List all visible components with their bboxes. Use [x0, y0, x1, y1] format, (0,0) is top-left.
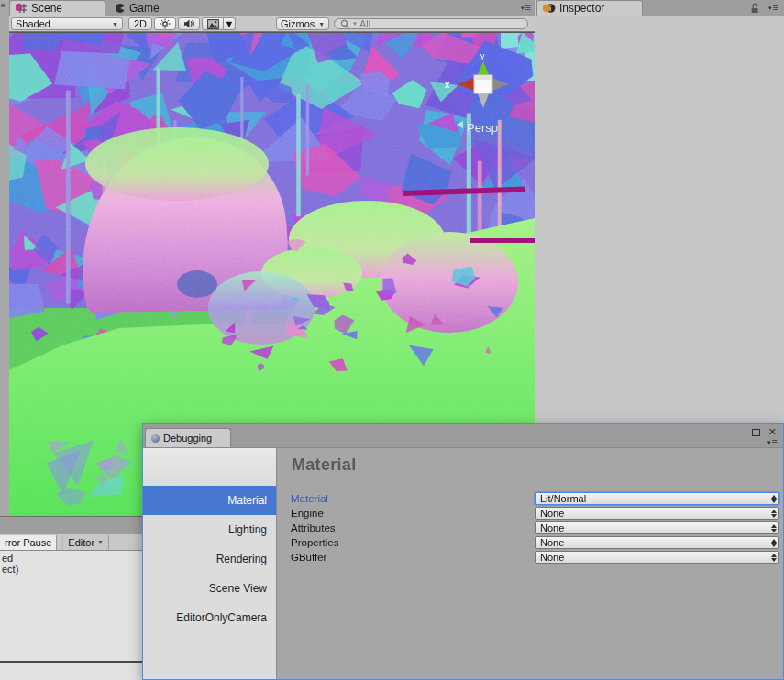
- inspector-window-menu[interactable]: ▾ ≡: [765, 0, 782, 16]
- speaker-icon: [183, 18, 195, 29]
- updown-arrows-icon: [770, 510, 777, 518]
- console-log-list: ed ect): [0, 551, 143, 661]
- gbuffer-row-label: GBuffer: [291, 552, 535, 563]
- search-filter-arrow-icon: ▼: [352, 21, 358, 27]
- attributes-row-label: Attributes: [291, 522, 535, 533]
- log-line[interactable]: ed: [2, 553, 143, 564]
- sidebar-item-material[interactable]: Material: [143, 486, 276, 515]
- 2d-label: 2D: [134, 18, 147, 29]
- dropdown-arrow-icon: ▾: [521, 5, 525, 11]
- tab-inspector[interactable]: i Inspector: [536, 0, 643, 16]
- debugging-header: Debugging ✕ ▾ ≡: [143, 424, 783, 448]
- console-tab-strip: [0, 516, 143, 534]
- attributes-dropdown[interactable]: None: [535, 521, 779, 534]
- gizmo-persp-label[interactable]: Persp: [467, 121, 498, 135]
- audio-toggle-button[interactable]: [178, 17, 200, 30]
- console-window: rror Pause Editor ▼ ed ect): [0, 516, 143, 680]
- sidebar-item-rendering[interactable]: Rendering: [143, 544, 276, 574]
- updown-arrows-icon: [770, 495, 777, 503]
- material-row-label: Material: [291, 493, 535, 504]
- scene-toolbar: Shaded ▼ 2D: [9, 16, 535, 32]
- debugging-material-panel: Material Material Lit/Normal Engine None: [277, 448, 783, 679]
- dropdown-arrow-icon: ▼: [318, 21, 325, 27]
- maximize-icon[interactable]: [752, 429, 760, 436]
- search-icon: [340, 19, 350, 29]
- debugging-tab-icon: [151, 434, 160, 443]
- lock-open-icon: [750, 3, 760, 14]
- dropdown-arrow-icon: ▼: [112, 21, 118, 27]
- gizmos-label: Gizmos: [281, 18, 315, 29]
- debugging-window-menu[interactable]: ▾ ≡: [767, 437, 778, 447]
- search-placeholder: All: [359, 18, 370, 29]
- material-dropdown[interactable]: Lit/Normal: [535, 492, 779, 505]
- updown-arrows-icon: [770, 539, 777, 547]
- game-tab-icon: [115, 3, 126, 14]
- dropdown-arrow-icon: ▼: [97, 539, 104, 545]
- panel-title: Material: [292, 455, 356, 475]
- scene-tab-icon: [16, 3, 28, 14]
- error-pause-button[interactable]: rror Pause: [0, 535, 57, 550]
- lighting-toggle-button[interactable]: [154, 17, 176, 30]
- tab-debugging[interactable]: Debugging: [145, 428, 231, 447]
- menu-icon: ≡: [773, 3, 778, 13]
- tab-scene[interactable]: Scene: [9, 0, 105, 16]
- effects-dropdown[interactable]: ▼: [224, 17, 236, 30]
- error-pause-label: rror Pause: [5, 537, 51, 548]
- debugging-tab-label: Debugging: [163, 433, 212, 444]
- inspector-lock-button[interactable]: [747, 0, 763, 16]
- engine-dropdown-value: None: [540, 508, 767, 519]
- effects-toggle-button[interactable]: [202, 17, 224, 30]
- game-tab-label: Game: [129, 2, 160, 15]
- shading-mode-dropdown[interactable]: Shaded ▼: [11, 17, 123, 30]
- attributes-dropdown-value: None: [540, 522, 767, 533]
- gizmo-y-label: y: [480, 51, 485, 60]
- scene-search-input[interactable]: ▼ All: [334, 18, 528, 29]
- inspector-tab-icon: i: [543, 3, 556, 14]
- debugging-window: Debugging ✕ ▾ ≡ Material Lighting Render…: [142, 423, 784, 680]
- offscreen-menu-icon: ≡: [1, 2, 6, 10]
- properties-dropdown[interactable]: None: [535, 536, 779, 549]
- log-line[interactable]: ect): [2, 564, 143, 575]
- sidebar-item-scene-view[interactable]: Scene View: [143, 574, 276, 603]
- unity-editor: ≡ Scene Game: [0, 0, 784, 680]
- menu-icon: ≡: [772, 437, 778, 447]
- gizmo-x-label: x: [445, 80, 450, 90]
- 2d-toggle-button[interactable]: 2D: [128, 17, 152, 30]
- sidebar-item-editoronlycamera[interactable]: EditorOnlyCamera: [143, 603, 276, 632]
- gizmos-dropdown[interactable]: Gizmos ▼: [276, 17, 329, 30]
- tab-game[interactable]: Game: [105, 0, 206, 16]
- editor-attach-dropdown[interactable]: Editor ▼: [62, 535, 109, 550]
- editor-dropdown-label: Editor: [68, 537, 94, 548]
- scene-tab-label: Scene: [31, 2, 62, 15]
- image-icon: [207, 19, 219, 29]
- material-dropdown-value: Lit/Normal: [540, 493, 767, 504]
- engine-dropdown[interactable]: None: [535, 507, 779, 520]
- scene-tabbar: Scene Game ▾ ≡: [9, 0, 535, 16]
- gbuffer-dropdown[interactable]: None: [535, 551, 779, 564]
- updown-arrows-icon: [770, 524, 777, 532]
- properties-dropdown-value: None: [540, 537, 767, 548]
- sidebar-item-lighting[interactable]: Lighting: [143, 515, 276, 544]
- properties-row-label: Properties: [291, 537, 535, 548]
- engine-row-label: Engine: [291, 508, 535, 519]
- menu-icon: ≡: [525, 3, 531, 13]
- inspector-tabbar: i Inspector ▾ ≡: [536, 0, 784, 16]
- dropdown-arrow-icon: ▾: [768, 5, 772, 11]
- console-toolbar: rror Pause Editor ▼: [0, 534, 143, 551]
- sun-icon: [160, 18, 171, 29]
- updown-arrows-icon: [770, 554, 777, 562]
- dropdown-arrow-icon: ▾: [767, 439, 771, 445]
- scene-window-menu[interactable]: ▾ ≡: [517, 0, 535, 16]
- dropdown-arrow-icon: ▼: [225, 18, 235, 29]
- debugging-sidebar: Material Lighting Rendering Scene View E…: [143, 448, 277, 679]
- gbuffer-dropdown-value: None: [540, 552, 767, 563]
- console-detail-pane: [0, 663, 143, 680]
- shading-mode-value: Shaded: [16, 18, 50, 29]
- inspector-tab-label: Inspector: [559, 2, 604, 15]
